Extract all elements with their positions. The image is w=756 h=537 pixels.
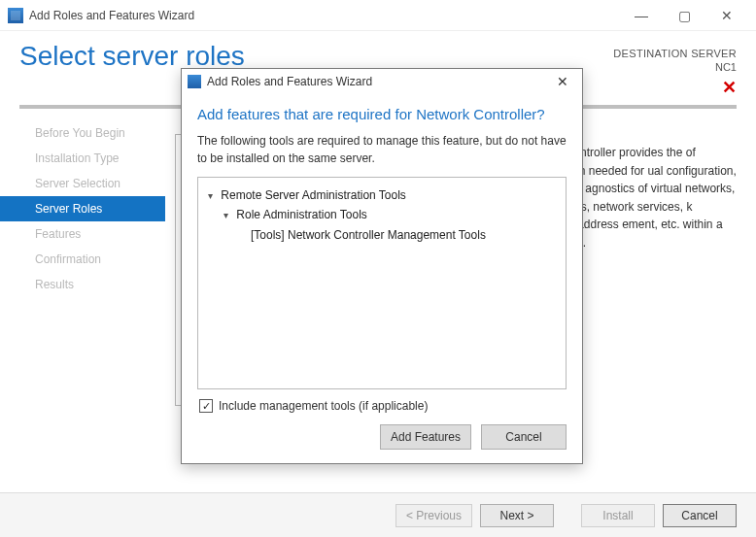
destination-label: DESTINATION SERVER [613,47,737,60]
include-management-row[interactable]: ✓ Include management tools (if applicabl… [197,389,567,413]
nav-results[interactable]: Results [0,272,165,297]
include-management-checkbox[interactable]: ✓ [199,399,213,413]
expand-icon[interactable] [223,205,233,224]
tree-node-role-admin[interactable]: Role Administration Tools [208,205,556,224]
tree-node-label: Role Administration Tools [236,208,367,221]
next-button[interactable]: Next > [480,504,554,527]
nav-before-you-begin[interactable]: Before You Begin [0,120,165,146]
install-button[interactable]: Install [581,504,655,527]
dialog-footer: Add Features Cancel [182,413,582,463]
nav-confirmation[interactable]: Confirmation [0,247,165,272]
app-icon [8,8,23,23]
dialog-titlebar: Add Roles and Features Wizard ✕ [182,69,582,94]
dialog-app-icon [188,75,201,88]
tree-node-nc-tools[interactable]: [Tools] Network Controller Management To… [208,225,556,245]
wizard-footer: < Previous Next > Install Cancel [0,492,756,537]
destination-server: NC1 [613,60,737,74]
tree-node-label: [Tools] Network Controller Management To… [251,228,486,242]
dialog-question: Add features that are required for Netwo… [197,106,567,122]
error-icon: ✕ [613,77,737,99]
add-features-dialog: Add Roles and Features Wizard ✕ Add feat… [181,68,583,464]
nav-server-selection[interactable]: Server Selection [0,171,165,196]
required-features-tree[interactable]: Remote Server Administration Tools Role … [197,177,567,389]
nav-features[interactable]: Features [0,221,165,247]
expand-icon[interactable] [208,185,218,205]
wizard-nav: Before You Begin Installation Type Serve… [0,115,165,406]
tree-node-rsat[interactable]: Remote Server Administration Tools [208,185,556,205]
dialog-cancel-button[interactable]: Cancel [481,424,567,450]
nav-installation-type[interactable]: Installation Type [0,146,165,171]
minimize-button[interactable]: — [620,1,663,30]
tree-node-label: Remote Server Administration Tools [221,188,406,202]
destination-block: DESTINATION SERVER NC1 ✕ [613,41,737,99]
dialog-title: Add Roles and Features Wizard [207,75,372,88]
add-features-button[interactable]: Add Features [380,424,471,450]
nav-server-roles[interactable]: Server Roles [0,196,165,221]
cancel-button[interactable]: Cancel [663,504,737,527]
dialog-close-button[interactable]: ✕ [549,74,576,89]
include-management-label: Include management tools (if applicable) [219,399,428,413]
close-button[interactable]: ✕ [705,1,748,30]
titlebar: Add Roles and Features Wizard — ▢ ✕ [0,0,756,31]
maximize-button[interactable]: ▢ [663,1,705,30]
previous-button[interactable]: < Previous [395,504,472,527]
dialog-body: Add features that are required for Netwo… [182,94,582,413]
window-title: Add Roles and Features Wizard [29,9,194,22]
window-controls: — ▢ ✕ [620,1,748,30]
dialog-intro: The following tools are required to mana… [197,132,567,167]
